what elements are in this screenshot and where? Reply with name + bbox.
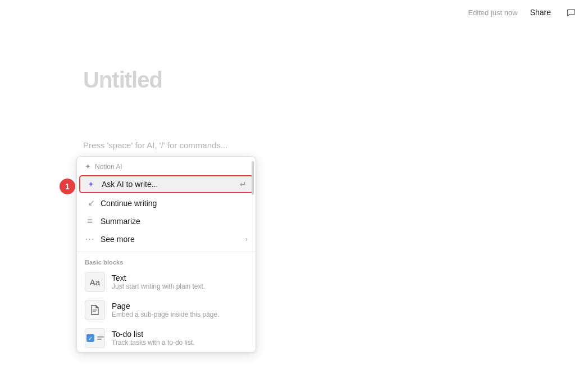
enter-icon: ↵ [240, 180, 247, 189]
see-more-item[interactable]: ··· See more › [77, 230, 256, 248]
comment-icon[interactable] [563, 4, 579, 20]
page-block-item[interactable]: Page Embed a sub-page inside this page. [77, 296, 256, 324]
summarize-item[interactable]: ≡ Summarize [77, 212, 256, 230]
divider [77, 252, 256, 252]
section-header-label: Notion AI [95, 163, 122, 171]
step-indicator: 1 [60, 179, 75, 194]
text-block-item[interactable]: Aa Text Just start writing with plain te… [77, 268, 256, 296]
dropdown-scrollbar[interactable] [252, 161, 254, 195]
edited-label: Edited just now [468, 8, 517, 17]
share-button[interactable]: Share [525, 6, 557, 19]
text-block-text: Text Just start writing with plain text. [112, 273, 205, 290]
continue-writing-icon: ↗ [85, 198, 95, 208]
summarize-label: Summarize [101, 217, 248, 226]
text-block-icon: Aa [85, 272, 105, 292]
todo-block-text: To-do list Track tasks with a to-do list… [112, 330, 195, 346]
continue-writing-label: Continue writing [101, 199, 248, 208]
page-block-title: Page [112, 302, 219, 311]
see-more-label: See more [101, 235, 240, 244]
ask-ai-item[interactable]: ✦ Ask AI to write... ↵ [79, 175, 253, 193]
topbar: Edited just now Share [0, 0, 588, 25]
text-block-title: Text [112, 273, 205, 282]
summarize-icon: ≡ [85, 216, 95, 226]
see-more-icon: ··· [85, 234, 95, 244]
see-more-arrow: › [245, 235, 248, 243]
page-block-icon [85, 300, 105, 320]
page-title[interactable]: Untitled [83, 67, 162, 93]
ai-star-icon: ✦ [85, 162, 91, 171]
dropdown-menu: ✦ Notion AI ✦ Ask AI to write... ↵ ↗ Con… [76, 156, 256, 353]
page-block-text: Page Embed a sub-page inside this page. [112, 302, 219, 318]
dropdown-section-header: ✦ Notion AI [77, 157, 256, 174]
continue-writing-item[interactable]: ↗ Continue writing [77, 194, 256, 212]
text-block-desc: Just start writing with plain text. [112, 282, 205, 290]
todo-block-item[interactable]: To-do list Track tasks with a to-do list… [77, 324, 256, 352]
basic-blocks-label: Basic blocks [77, 256, 256, 268]
ask-ai-icon: ✦ [86, 179, 96, 189]
todo-block-title: To-do list [112, 330, 195, 339]
ask-ai-label: Ask AI to write... [102, 180, 234, 189]
page-placeholder: Press 'space' for AI, '/' for commands..… [83, 140, 227, 150]
page-block-desc: Embed a sub-page inside this page. [112, 311, 219, 318]
todo-block-icon [85, 328, 105, 348]
todo-block-desc: Track tasks with a to-do list. [112, 339, 195, 346]
